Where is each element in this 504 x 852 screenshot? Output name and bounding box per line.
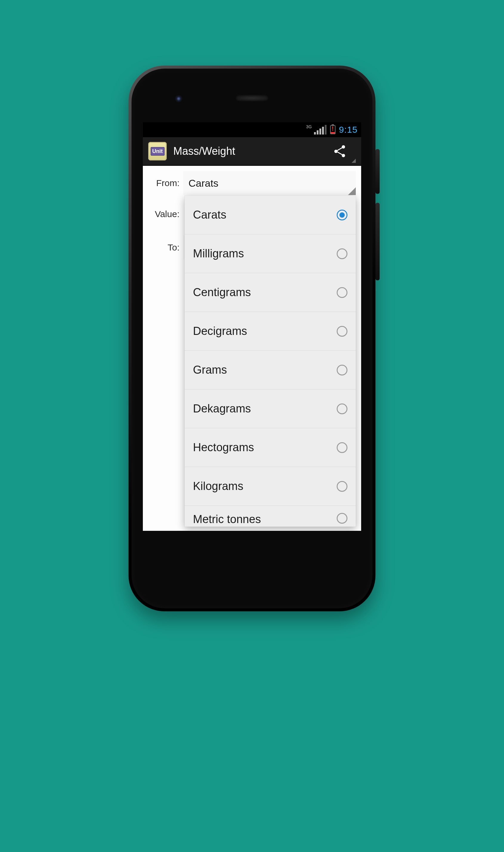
unit-option[interactable]: Decigrams xyxy=(185,312,356,351)
radio-icon xyxy=(337,442,347,453)
side-button xyxy=(376,203,380,280)
radio-icon xyxy=(337,403,347,414)
value-label: Value: xyxy=(143,209,183,219)
status-clock: 9:15 xyxy=(339,125,358,135)
phone-body: 3G ! 9:15 Unit Mass/Weight xyxy=(131,69,373,609)
unit-option[interactable]: Kilograms xyxy=(185,467,356,506)
unit-option[interactable]: Centigrams xyxy=(185,273,356,312)
content-area: From: Carats Value: To: CaratsMilli xyxy=(143,170,361,531)
app-icon[interactable]: Unit xyxy=(148,142,167,160)
unit-option-label: Milligrams xyxy=(193,247,337,260)
unit-option-label: Dekagrams xyxy=(193,402,337,415)
overflow-menu-icon[interactable] xyxy=(352,159,356,163)
unit-option[interactable]: Carats xyxy=(185,196,356,234)
unit-option-label: Grams xyxy=(193,364,337,376)
unit-option[interactable]: Metric tonnes xyxy=(185,506,356,527)
phone-frame: 3G ! 9:15 Unit Mass/Weight xyxy=(128,66,376,611)
action-bar: Unit Mass/Weight xyxy=(143,137,361,166)
app-icon-label: Unit xyxy=(150,147,165,156)
unit-option-label: Hectograms xyxy=(193,441,337,454)
status-bar: 3G ! 9:15 xyxy=(143,122,361,137)
unit-option-label: Kilograms xyxy=(193,480,337,493)
page-title: Mass/Weight xyxy=(173,145,326,158)
side-button xyxy=(376,149,380,194)
radio-icon xyxy=(337,365,347,376)
unit-select-popup: CaratsMilligramsCentigramsDecigramsGrams… xyxy=(185,196,356,527)
unit-option[interactable]: Dekagrams xyxy=(185,389,356,428)
radio-icon xyxy=(337,326,347,337)
battery-icon: ! xyxy=(330,125,336,134)
radio-icon xyxy=(337,513,347,524)
unit-option-label: Metric tonnes xyxy=(193,513,337,526)
to-label: To: xyxy=(143,242,183,253)
signal-bars-icon xyxy=(314,125,327,134)
from-label: From: xyxy=(143,178,183,188)
unit-option-label: Carats xyxy=(193,209,337,221)
phone-camera xyxy=(176,96,181,101)
network-type-label: 3G xyxy=(306,124,312,129)
unit-option-label: Centigrams xyxy=(193,286,337,299)
from-spinner-value: Carats xyxy=(188,178,218,189)
from-row: From: Carats xyxy=(143,170,361,196)
signal-indicator: 3G xyxy=(314,125,327,134)
unit-option[interactable]: Milligrams xyxy=(185,234,356,273)
unit-option-label: Decigrams xyxy=(193,325,337,338)
unit-option[interactable]: Hectograms xyxy=(185,428,356,467)
radio-icon xyxy=(337,249,347,259)
phone-speaker xyxy=(236,95,268,102)
radio-icon xyxy=(337,481,347,492)
from-spinner[interactable]: Carats xyxy=(183,171,356,195)
unit-option[interactable]: Grams xyxy=(185,351,356,389)
share-icon[interactable] xyxy=(332,144,347,158)
radio-icon xyxy=(337,210,347,220)
screen: 3G ! 9:15 Unit Mass/Weight xyxy=(143,122,361,531)
radio-icon xyxy=(337,287,347,298)
